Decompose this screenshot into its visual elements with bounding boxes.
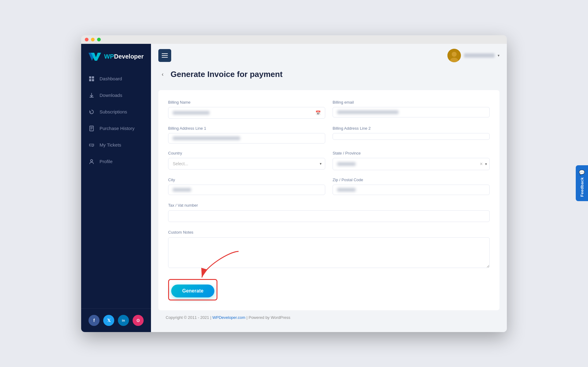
form-row-1: Billing Name 📅 Billing email xyxy=(168,100,490,119)
page-title: Generate Invoice for payment xyxy=(171,70,283,79)
menu-line xyxy=(162,57,168,58)
back-button[interactable]: ‹ xyxy=(158,70,167,78)
zip-group: Zip / Postal Code xyxy=(333,178,490,195)
svg-rect-0 xyxy=(89,76,91,78)
state-label: State / Province xyxy=(333,151,490,155)
tax-input[interactable] xyxy=(168,210,490,222)
billing-address1-group: Billing Address Line 1 xyxy=(168,126,325,143)
custom-notes-label: Custom Notes xyxy=(168,230,193,235)
sidebar-item-label: Dashboard xyxy=(100,76,122,81)
svg-rect-4 xyxy=(90,126,93,131)
form-row-3: Country Select... ▾ State / Province xyxy=(168,151,490,170)
refresh-icon xyxy=(89,109,95,115)
user-icon xyxy=(89,159,95,165)
city-value xyxy=(173,188,191,192)
sidebar-item-label: My Tickets xyxy=(100,142,121,147)
country-select[interactable]: Select... xyxy=(168,158,325,170)
close-button[interactable] xyxy=(85,38,89,41)
linkedin-button[interactable]: in xyxy=(118,315,129,326)
logo: WPDeveloper xyxy=(81,44,151,71)
feedback-tab[interactable]: 💬 Feedback xyxy=(576,165,588,201)
avatar xyxy=(447,49,461,62)
user-name xyxy=(464,53,495,58)
menu-line xyxy=(162,53,168,54)
generate-highlight: Generate xyxy=(168,279,217,300)
minimize-button[interactable] xyxy=(91,38,95,41)
billing-address2-label: Billing Address Line 2 xyxy=(333,126,490,131)
footer-link[interactable]: WPDeveloper.com xyxy=(212,315,245,320)
chat-icon: 💬 xyxy=(579,170,585,175)
state-input[interactable]: × ▾ xyxy=(333,158,490,170)
menu-line xyxy=(162,55,168,56)
clear-icon[interactable]: × xyxy=(480,161,483,167)
sidebar-item-label: Purchase History xyxy=(100,126,134,131)
billing-address2-group: Billing Address Line 2 xyxy=(333,126,490,143)
country-group: Country Select... ▾ xyxy=(168,151,325,170)
billing-address1-input[interactable] xyxy=(168,133,325,143)
sidebar-item-downloads[interactable]: Downloads xyxy=(81,87,151,103)
download-icon xyxy=(89,92,95,98)
logo-text: WPDeveloper xyxy=(104,53,144,60)
chevron-down-icon: ▾ xyxy=(498,53,499,58)
billing-address1-label: Billing Address Line 1 xyxy=(168,126,325,131)
billing-address1-value xyxy=(173,136,240,140)
state-group: State / Province × ▾ xyxy=(333,151,490,170)
sidebar-item-my-tickets[interactable]: My Tickets xyxy=(81,137,151,153)
page-header: ‹ Generate Invoice for payment xyxy=(158,67,499,82)
state-blur xyxy=(337,162,356,166)
grid-icon xyxy=(89,76,95,82)
sidebar-item-subscriptions[interactable]: Subscriptions xyxy=(81,104,151,120)
facebook-button[interactable]: f xyxy=(89,315,100,326)
billing-name-group: Billing Name 📅 xyxy=(168,100,325,119)
billing-email-value xyxy=(337,110,398,114)
custom-notes-group: Custom Notes xyxy=(168,229,490,269)
sidebar-item-profile[interactable]: Profile xyxy=(81,154,151,170)
billing-name-label: Billing Name xyxy=(168,100,325,105)
social-links: f 𝕏 in ⊙ xyxy=(81,308,151,332)
copyright-text: Copyright © 2011 - 2021 | xyxy=(166,315,211,320)
instagram-icon: ⊙ xyxy=(136,318,140,323)
sidebar-item-dashboard[interactable]: Dashboard xyxy=(81,71,151,87)
content-area: ‹ Generate Invoice for payment Billing N… xyxy=(151,67,507,332)
topbar: ▾ xyxy=(151,44,507,67)
twitter-button[interactable]: 𝕏 xyxy=(103,315,114,326)
user-menu[interactable]: ▾ xyxy=(447,49,499,62)
facebook-icon: f xyxy=(93,318,95,323)
instagram-button[interactable]: ⊙ xyxy=(133,315,144,326)
generate-button[interactable]: Generate xyxy=(171,285,214,297)
receipt-icon xyxy=(89,125,95,132)
billing-address2-input[interactable] xyxy=(333,133,490,140)
maximize-button[interactable] xyxy=(97,38,101,41)
billing-email-group: Billing email xyxy=(333,100,490,119)
form-row-4: City Zip / Postal Code xyxy=(168,178,490,195)
billing-email-label: Billing email xyxy=(333,100,490,105)
custom-notes-input[interactable] xyxy=(168,237,490,268)
zip-value xyxy=(337,188,356,192)
zip-input[interactable] xyxy=(333,185,490,195)
billing-email-input[interactable] xyxy=(333,107,490,117)
generate-btn-wrapper: Generate xyxy=(168,279,217,300)
city-input[interactable] xyxy=(168,185,325,195)
country-placeholder: Select... xyxy=(173,161,188,166)
calendar-icon: 📅 xyxy=(315,110,321,115)
sidebar-item-label: Profile xyxy=(100,159,113,164)
svg-rect-2 xyxy=(89,79,91,81)
sidebar-item-purchase-history[interactable]: Purchase History xyxy=(81,120,151,136)
billing-name-input[interactable]: 📅 xyxy=(168,107,325,119)
tax-group: Tax / Vat number xyxy=(168,202,490,222)
footer-suffix: | Powered by WordPress xyxy=(247,315,290,320)
titlebar xyxy=(81,35,507,44)
billing-name-value xyxy=(173,111,209,115)
zip-label: Zip / Postal Code xyxy=(333,178,490,182)
sidebar: WPDeveloper Dashboard xyxy=(81,44,151,332)
feedback-label: Feedback xyxy=(580,177,584,197)
ticket-icon xyxy=(89,142,95,148)
footer: Copyright © 2011 - 2021 | WPDeveloper.co… xyxy=(158,310,499,325)
sidebar-nav: Dashboard Downloads xyxy=(81,71,151,308)
menu-button[interactable] xyxy=(158,49,171,62)
twitter-icon: 𝕏 xyxy=(107,318,111,323)
sidebar-item-label: Downloads xyxy=(100,93,122,98)
form-row-2: Billing Address Line 1 Billing Address L… xyxy=(168,126,490,143)
country-label: Country xyxy=(168,151,325,155)
chevron-down-icon: ▾ xyxy=(485,162,487,166)
